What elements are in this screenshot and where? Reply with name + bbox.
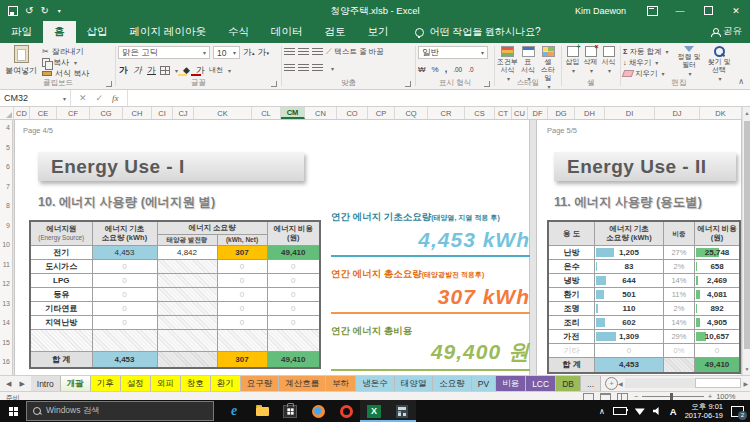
ribbon-tab-7[interactable]: 보기 <box>356 21 399 43</box>
row-header-6[interactable]: 6 <box>6 163 10 170</box>
save-icon[interactable] <box>8 6 18 16</box>
sheet-tab-LCC[interactable]: LCC <box>526 376 556 391</box>
action-center-icon[interactable]: 2 <box>731 406 744 417</box>
shrink-font-button[interactable]: 가▾ <box>258 47 270 59</box>
cell-cost[interactable]: 10,657 <box>695 329 740 343</box>
cell-cost[interactable]: 49,410 <box>267 245 320 259</box>
cell-base[interactable]: 83 <box>595 259 663 273</box>
row-header-7[interactable]: 7 <box>6 183 10 190</box>
font-color-button[interactable]: 가 <box>195 64 206 76</box>
row-label[interactable]: 조리 <box>548 315 595 329</box>
ribbon-tab-0[interactable]: 파일 <box>0 21 43 43</box>
cell-base[interactable]: 0 <box>92 301 157 315</box>
wrap-text-button[interactable]: 텍스트 줄 바꿈 <box>335 47 384 57</box>
cell-net[interactable]: 0 <box>217 273 267 287</box>
total-cost[interactable]: 49,410 <box>267 351 320 368</box>
tell-me-box[interactable]: 어떤 작업을 원하시나요? <box>415 21 540 43</box>
taskbar-app-edge[interactable]: e <box>220 400 248 422</box>
cell-share[interactable]: 11% <box>663 287 694 301</box>
sheet-tab-...[interactable]: ... <box>581 376 601 391</box>
row-label[interactable]: 도시가스 <box>30 259 92 273</box>
cell-base[interactable]: 0 <box>92 315 157 329</box>
cell-share[interactable]: 14% <box>663 273 694 287</box>
copy-button[interactable]: 복사▾ <box>42 57 112 68</box>
scroll-left-icon[interactable]: ◀ <box>618 380 623 387</box>
row-header-12[interactable]: 12 <box>2 280 10 287</box>
row-label[interactable]: 전기 <box>30 245 92 259</box>
taskbar-app-calculator[interactable] <box>388 400 416 422</box>
align-right-icon[interactable] <box>312 64 323 72</box>
cell-net[interactable]: 0 <box>217 315 267 329</box>
insert-cells-button[interactable]: +삽입▾ <box>564 46 581 75</box>
percent-style-icon[interactable]: % <box>432 65 439 74</box>
row-header-strip[interactable]: 45678910111213141516 <box>0 120 13 375</box>
align-middle-icon[interactable] <box>298 48 309 56</box>
vertical-scroll-thumb[interactable] <box>744 121 750 349</box>
column-header-CG[interactable]: CG <box>90 107 123 119</box>
hidden-icons-chevron[interactable]: ∧ <box>599 407 605 416</box>
sheet-tab-계산흐름[interactable]: 계산흐름 <box>279 376 326 391</box>
phonetic-button[interactable]: 내천 <box>209 65 223 75</box>
column-header-DG[interactable]: DG <box>548 107 575 119</box>
cell-base[interactable]: 501 <box>595 287 663 301</box>
column-header-CT[interactable]: CT <box>495 107 512 119</box>
column-header-CP[interactable]: CP <box>368 107 395 119</box>
cell-pv[interactable] <box>157 301 217 315</box>
row-header-10[interactable]: 10 <box>2 241 10 248</box>
grow-font-button[interactable]: 가▴ <box>243 47 255 59</box>
worksheet-page-4[interactable]: Page 4/5 Energy Use - I 10. 에너지 사용량 (에너지… <box>14 120 530 375</box>
orientation-icon[interactable]: ⟋ <box>326 47 332 57</box>
sheet-tab-PV[interactable]: PV <box>472 376 496 391</box>
taskbar-clock[interactable]: 오후 9:012017-06-19 <box>685 402 723 420</box>
qat-customize-icon[interactable]: ▾ <box>58 7 61 14</box>
fill-button[interactable]: ↓채우기▾ <box>623 57 673 68</box>
cell-pv[interactable] <box>157 287 217 301</box>
borders-icon[interactable] <box>160 66 170 75</box>
sheet-tab-소요량[interactable]: 소요량 <box>433 376 472 391</box>
cell-cost[interactable]: 892 <box>695 301 740 315</box>
sheet-tab-설정[interactable]: 설정 <box>121 376 151 391</box>
align-center-icon[interactable] <box>298 64 309 72</box>
new-sheet-button[interactable]: + <box>605 377 618 390</box>
cell-base[interactable]: 1,205 <box>595 245 663 259</box>
cell-cost[interactable]: 0 <box>267 315 320 329</box>
column-header-DI[interactable]: DI <box>605 107 655 119</box>
ribbon-tab-1[interactable]: 홈 <box>43 21 76 43</box>
cell-cost[interactable]: 2,469 <box>695 273 740 287</box>
taskbar-app-store[interactable] <box>276 400 304 422</box>
column-header-CQ[interactable]: CQ <box>395 107 428 119</box>
taskbar-app-excel[interactable]: X <box>360 400 388 422</box>
ribbon-display-options-icon[interactable] <box>638 0 666 21</box>
row-header-13[interactable]: 13 <box>2 300 10 307</box>
zoom-slider-thumb[interactable] <box>670 393 673 400</box>
total-label[interactable]: 합 계 <box>30 351 92 368</box>
row-label[interactable]: 난방 <box>548 245 595 259</box>
row-header-9[interactable]: 9 <box>6 222 10 229</box>
user-name[interactable]: Kim Daewon <box>575 6 626 16</box>
column-header-CR[interactable]: CR <box>428 107 465 119</box>
column-header-DK[interactable]: DK <box>700 107 742 119</box>
row-header-11[interactable]: 11 <box>3 261 10 268</box>
increase-decimal-icon[interactable]: .00 <box>453 66 462 73</box>
ribbon-tab-4[interactable]: 수식 <box>217 21 260 43</box>
worksheet-page-5[interactable]: Page 5/5 Energy Use - II 11. 에너지 사용량 (용도… <box>536 120 742 375</box>
cell-net[interactable]: 0 <box>217 259 267 273</box>
scroll-right-icon[interactable]: ▶ <box>743 380 748 387</box>
taskbar-app-file-explorer[interactable] <box>248 400 276 422</box>
cut-button[interactable]: ✂잘라내기 <box>42 46 112 57</box>
cell-cost[interactable]: 0 <box>267 287 320 301</box>
cell-pv[interactable] <box>157 315 217 329</box>
sheet-tab-비용[interactable]: 비용 <box>496 376 526 391</box>
horizontal-scroll-thumb[interactable] <box>695 378 741 388</box>
cell-base[interactable]: 644 <box>595 273 663 287</box>
total-base[interactable]: 4,453 <box>92 351 157 368</box>
scroll-down-icon[interactable]: ▼ <box>743 363 750 375</box>
collapse-ribbon-icon[interactable]: ∧ <box>738 77 744 86</box>
cell-cost[interactable]: 658 <box>695 259 740 273</box>
row-label[interactable]: 조명 <box>548 301 595 315</box>
close-button[interactable]: ✕ <box>722 0 750 21</box>
number-format-select[interactable]: 일반▾ <box>418 46 488 59</box>
cell-base[interactable]: 0 <box>92 287 157 301</box>
row-header-14[interactable]: 14 <box>2 319 10 326</box>
sheet-tab-요구량[interactable]: 요구량 <box>241 376 280 391</box>
